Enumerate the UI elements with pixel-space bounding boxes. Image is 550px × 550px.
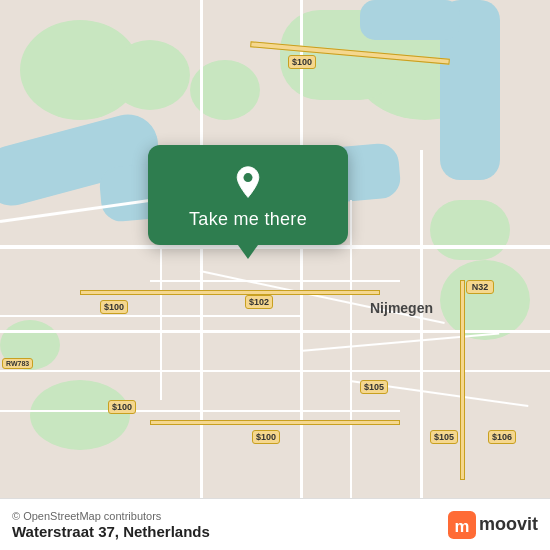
road-badge-s100-bottom2: $100 [252, 430, 280, 444]
address-text: Waterstraat 37, Netherlands [12, 523, 210, 540]
moovit-icon: m [448, 511, 476, 539]
moovit-logo: m moovit [448, 511, 538, 539]
road-badge-s100-top: $100 [288, 55, 316, 69]
road [420, 150, 423, 550]
green-area [110, 40, 190, 110]
water-body [360, 0, 460, 40]
green-area [30, 380, 130, 450]
road [300, 0, 303, 550]
bottom-bar: © OpenStreetMap contributors Waterstraat… [0, 498, 550, 550]
highway [80, 290, 380, 295]
road-badge-s105-1: $105 [360, 380, 388, 394]
popup-label: Take me there [163, 209, 333, 230]
highway [150, 420, 400, 425]
road [0, 315, 300, 317]
road-badge-s100-bottom: $100 [108, 400, 136, 414]
copyright-text: © OpenStreetMap contributors [12, 510, 210, 522]
highway [460, 280, 465, 480]
green-area [440, 260, 530, 340]
location-pin-icon [230, 165, 266, 201]
map-container: Nijmegen $100 $100 $100 $100 $102 $105 $… [0, 0, 550, 550]
road-badge-s105-2: $105 [430, 430, 458, 444]
road [350, 200, 352, 500]
road [150, 280, 400, 282]
road [0, 370, 550, 372]
bottom-left-info: © OpenStreetMap contributors Waterstraat… [12, 510, 210, 540]
moovit-name: moovit [479, 514, 538, 535]
road [200, 0, 203, 550]
svg-text:m: m [455, 516, 470, 535]
location-popup[interactable]: Take me there [148, 145, 348, 245]
road-badge-s102: $102 [245, 295, 273, 309]
green-area [430, 200, 510, 260]
road [0, 245, 550, 249]
svg-point-0 [244, 173, 253, 182]
road [0, 330, 550, 333]
road-badge-n32: N32 [466, 280, 494, 294]
road-badge-s100-left: $100 [100, 300, 128, 314]
road-badge-rw783: RW783 [2, 358, 33, 369]
road-badge-s106: $106 [488, 430, 516, 444]
